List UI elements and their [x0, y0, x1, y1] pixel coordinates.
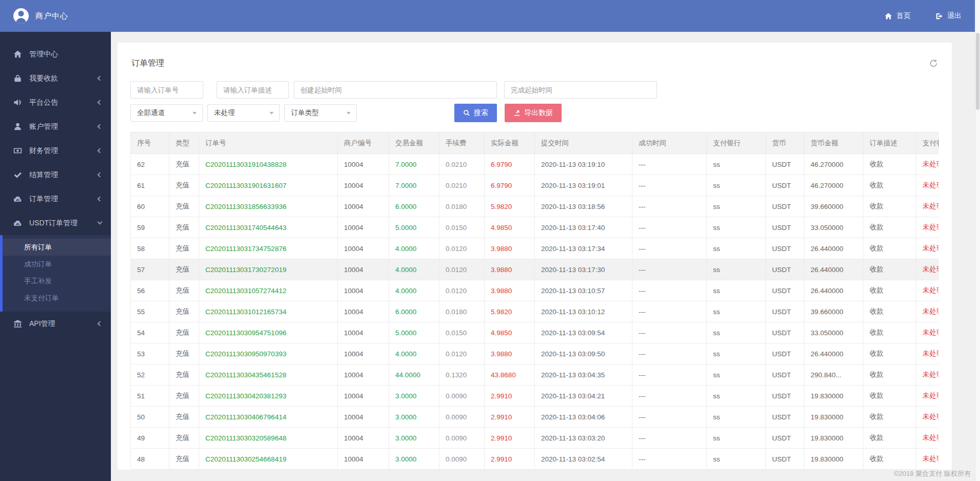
- cell-pay-status: 未处理: [916, 386, 939, 407]
- cell-currency: USDT: [766, 428, 804, 449]
- table-row[interactable]: 52充值C202011130304354615281000444.00000.1…: [131, 364, 939, 386]
- cell-submit-time: 2020-11-13 03:09:50: [535, 343, 632, 364]
- sidebar-item-usdt-orders[interactable]: USDT订单管理: [0, 211, 111, 235]
- sidebar-item-orders[interactable]: 订单管理: [0, 187, 111, 211]
- submenu-item-manual-reissue[interactable]: 手工补发: [3, 273, 111, 290]
- cell-actual-amount: 6.9790: [485, 175, 535, 196]
- create-time-input[interactable]: [294, 81, 497, 99]
- cell-success-time: ---: [632, 364, 707, 386]
- cell-order-desc: 收款: [863, 322, 916, 343]
- chevron-left-icon: [98, 172, 103, 178]
- submenu-item-all-orders[interactable]: 所有订单: [3, 239, 111, 256]
- sidebar-item-finance[interactable]: 财务管理: [0, 139, 111, 163]
- cell-order-no: C20201113031740544643: [199, 217, 338, 238]
- cell-merchant-id: 10004: [338, 280, 389, 301]
- cell-actual-amount: 3.9880: [485, 343, 535, 364]
- order-desc-input[interactable]: [217, 81, 289, 99]
- cell-seq: 61: [131, 175, 169, 196]
- cell-merchant-id: 10004: [338, 175, 389, 196]
- chevron-down-icon: [193, 112, 197, 114]
- table-row[interactable]: 55充值C20201113031012165734100046.00000.01…: [131, 301, 939, 322]
- export-button-label: 导出数据: [524, 108, 553, 118]
- table-row[interactable]: 48充值C20201113030254668419100043.00000.00…: [131, 449, 939, 470]
- cell-pay-bank: ss: [707, 449, 766, 470]
- table-row[interactable]: 49充值C20201113030320589648100043.00000.00…: [131, 428, 939, 449]
- cell-currency: USDT: [766, 386, 804, 407]
- cell-submit-time: 2020-11-13 03:19:10: [535, 154, 632, 175]
- bank-icon: [13, 319, 22, 328]
- chevron-left-icon: [98, 76, 103, 81]
- export-data-button[interactable]: 导出数据: [505, 104, 562, 122]
- cell-actual-amount: 3.9880: [485, 280, 535, 301]
- sidebar-item-admin-center[interactable]: 管理中心: [0, 42, 111, 66]
- process-status-select[interactable]: 未处理: [207, 104, 280, 122]
- main-content: 订单管理 全部通道 未处理: [111, 32, 975, 481]
- chevron-left-icon: [98, 148, 103, 153]
- scrollbar-thumb[interactable]: [976, 33, 979, 110]
- page-scrollbar[interactable]: [975, 0, 980, 481]
- table-row[interactable]: 50充值C20201113030406796414100043.00000.00…: [131, 407, 939, 428]
- order-type-select[interactable]: 订单类型: [284, 104, 357, 122]
- table-row[interactable]: 56充值C20201113031057274412100044.00000.01…: [131, 280, 939, 301]
- chevron-left-icon: [98, 321, 103, 326]
- cell-actual-amount: 2.9910: [485, 407, 535, 428]
- sidebar-item-account[interactable]: 账户管理: [0, 114, 111, 139]
- cell-success-time: ---: [632, 428, 707, 449]
- cell-order-no: C20201113030406796414: [199, 407, 338, 428]
- table-row[interactable]: 60充值C20201113031856633936100046.00000.01…: [131, 196, 939, 217]
- speaker-icon: [13, 98, 22, 107]
- cell-actual-amount: 4.9850: [485, 322, 535, 343]
- table-row[interactable]: 61充值C20201113031901631607100047.00000.02…: [131, 175, 939, 196]
- nav-logout-link[interactable]: 退出: [935, 11, 962, 21]
- cell-currency-amount: 26.440000: [804, 238, 863, 259]
- table-header-row: 序号类型订单号商户编号交易金额手续费实际金额提交时间成功时间支付银行货币货币金额…: [131, 132, 939, 154]
- cell-submit-time: 2020-11-13 03:17:30: [535, 259, 632, 280]
- table-row[interactable]: 58充值C20201113031734752876100044.00000.01…: [131, 238, 939, 259]
- user-icon: [13, 122, 22, 131]
- cell-currency: USDT: [766, 449, 804, 470]
- cell-success-time: ---: [632, 238, 707, 259]
- cell-seq: 60: [131, 196, 169, 217]
- cell-success-time: ---: [632, 175, 707, 196]
- search-button[interactable]: 搜索: [454, 104, 497, 122]
- cell-merchant-id: 10004: [338, 364, 389, 386]
- cell-submit-time: 2020-11-13 03:04:06: [535, 407, 632, 428]
- cell-trade-amount: 5.0000: [389, 322, 439, 343]
- cell-merchant-id: 10004: [338, 343, 389, 364]
- table-row[interactable]: 51充值C20201113030420381293100043.00000.00…: [131, 386, 939, 407]
- table-row[interactable]: 62充值C20201113031910438828100047.00000.02…: [131, 154, 939, 175]
- cell-type: 充值: [169, 154, 199, 175]
- sidebar-item-settlement[interactable]: 结算管理: [0, 163, 111, 187]
- cell-submit-time: 2020-11-13 03:04:35: [535, 364, 632, 386]
- submenu-item-success-orders[interactable]: 成功订单: [3, 256, 111, 273]
- cell-seq: 53: [131, 343, 169, 364]
- cell-trade-amount: 3.0000: [389, 449, 439, 470]
- table-row[interactable]: 53充值C20201113030950970393100044.00000.01…: [131, 343, 939, 364]
- nav-home-link[interactable]: 首页: [885, 11, 911, 21]
- submenu-item-unpaid-orders[interactable]: 未支付订单: [3, 290, 111, 306]
- table-row[interactable]: 54充值C20201113030954751096100045.00000.01…: [131, 322, 939, 343]
- cell-fee: 0.0150: [439, 217, 485, 238]
- cell-type: 充值: [169, 196, 199, 217]
- sidebar-item-label: 我要收款: [29, 74, 58, 83]
- filter-row-inputs: [130, 81, 939, 99]
- sidebar-item-label: USDT订单管理: [29, 219, 78, 228]
- sidebar-item-collect[interactable]: 我要收款: [0, 66, 111, 90]
- channel-select[interactable]: 全部通道: [130, 104, 203, 122]
- order-no-input[interactable]: [130, 81, 203, 99]
- cell-success-time: ---: [632, 196, 707, 217]
- table-row[interactable]: 59充值C20201113031740544643100045.00000.01…: [131, 217, 939, 238]
- cell-order-no: C20201113030435461528: [199, 364, 338, 386]
- cell-fee: 0.0090: [439, 407, 485, 428]
- cell-seq: 57: [131, 259, 169, 280]
- table-row[interactable]: 57充值C20201113031730272019100044.00000.01…: [131, 259, 939, 280]
- cell-pay-bank: ss: [707, 364, 766, 386]
- refresh-icon[interactable]: [929, 59, 938, 68]
- cell-currency: USDT: [766, 301, 804, 322]
- cell-order-desc: 收款: [863, 386, 916, 407]
- cloud-chart-icon: [13, 195, 22, 203]
- sidebar-item-api[interactable]: API管理: [0, 312, 111, 336]
- finish-time-input[interactable]: [504, 81, 657, 99]
- sidebar-item-announcement[interactable]: 平台公告: [0, 90, 111, 114]
- cell-order-no: C20201113031910438828: [199, 154, 338, 175]
